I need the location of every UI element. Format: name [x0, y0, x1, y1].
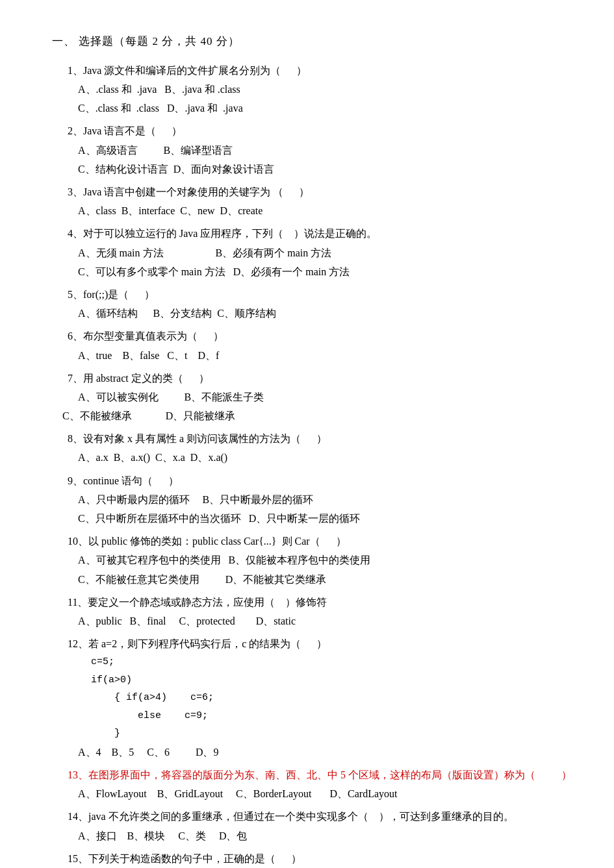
q1-text: 1、Java 源文件和编译后的文件扩展名分别为（ ）	[68, 62, 575, 79]
q13-text: 13、在图形界面中，将容器的版面分为东、南、西、北、中 5 个区域，这样的布局（…	[68, 766, 575, 784]
q11-options: A、public B、final C、protected D、static	[78, 612, 575, 630]
question-1: 1、Java 源文件和编译后的文件扩展名分别为（ ） A、.class 和 .j…	[52, 62, 575, 118]
question-9: 9、continue 语句（ ） A、只中断最内层的循环 B、只中断最外层的循环…	[52, 472, 575, 528]
question-4: 4、对于可以独立运行的 Java 应用程序，下列（ ）说法是正确的。 A、无须 …	[52, 225, 575, 280]
q4-option-ab: A、无须 main 方法 B、必须有两个 main 方法	[78, 244, 575, 262]
q15-text: 15、下列关于构造函数的句子中，正确的是（ ）	[68, 850, 575, 867]
q9-option-ab: A、只中断最内层的循环 B、只中断最外层的循环	[78, 491, 575, 508]
q1-option-cd: C、.class 和 .class D、.java 和 .java	[78, 99, 575, 117]
question-2: 2、Java 语言不是（ ） A、高级语言 B、编译型语言 C、结构化设计语言 …	[52, 122, 575, 178]
question-13: 13、在图形界面中，将容器的版面分为东、南、西、北、中 5 个区域，这样的布局（…	[52, 766, 575, 802]
q9-text: 9、continue 语句（ ）	[68, 472, 575, 490]
q10-text: 10、以 public 修饰的类如：public class Car{...} …	[68, 532, 575, 550]
q2-option-ab: A、高级语言 B、编译型语言	[78, 142, 575, 159]
q13-options: A、FlowLayout B、GridLayout C、BorderLayout…	[78, 785, 575, 802]
q3-options: A、class B、interface C、new D、create	[78, 202, 575, 219]
q9-option-cd: C、只中断所在层循环中的当次循环 D、只中断某一层的循环	[78, 510, 575, 527]
q7-text: 7、用 abstract 定义的类（ ）	[68, 369, 575, 387]
q12-text: 12、若 a=2，则下列程序代码实行后，c 的结果为（ ）	[68, 635, 575, 652]
q12-code-1: c=5;	[91, 654, 575, 671]
q11-text: 11、要定义一个静态域或静态方法，应使用（ ）修饰符	[68, 593, 575, 611]
question-12: 12、若 a=2，则下列程序代码实行后，c 的结果为（ ） c=5; if(a>…	[52, 635, 575, 761]
q8-text: 8、设有对象 x 具有属性 a 则访问该属性的方法为（ ）	[68, 430, 575, 447]
q7-option-ab: A、可以被实例化 B、不能派生子类	[78, 388, 575, 406]
q14-text: 14、java 不允许类之间的多重继承，但通过在一个类中实现多个（ ），可达到多…	[68, 808, 575, 825]
q4-text: 4、对于可以独立运行的 Java 应用程序，下列（ ）说法是正确的。	[68, 225, 575, 242]
q12-code-3: { if(a>4) c=6;	[91, 689, 575, 706]
question-15: 15、下列关于构造函数的句子中，正确的是（ ）	[52, 850, 575, 867]
q1-option-ab: A、.class 和 .java B、.java 和 .class	[78, 81, 575, 98]
q7-option-cd: C、不能被继承 D、只能被继承	[62, 407, 575, 425]
q12-code-4: else c=9;	[91, 708, 575, 725]
q6-options: A、true B、false C、t D、f	[78, 347, 575, 364]
q14-options: A、接口 B、模块 C、类 D、包	[78, 827, 575, 845]
question-6: 6、布尔型变量真值表示为（ ） A、true B、false C、t D、f	[52, 327, 575, 364]
question-8: 8、设有对象 x 具有属性 a 则访问该属性的方法为（ ） A、a.x B、a.…	[52, 430, 575, 466]
q2-text: 2、Java 语言不是（ ）	[68, 122, 575, 140]
q3-text: 3、Java 语言中创建一个对象使用的关键字为 （ ）	[68, 183, 575, 201]
section-title: 一、 选择题（每题 2 分，共 40 分）	[52, 32, 575, 51]
question-11: 11、要定义一个静态域或静态方法，应使用（ ）修饰符 A、public B、fi…	[52, 593, 575, 630]
question-10: 10、以 public 修饰的类如：public class Car{...} …	[52, 532, 575, 588]
q5-text: 5、for(;;)是（ ）	[68, 286, 575, 303]
q4-option-cd: C、可以有多个或零个 main 方法 D、必须有一个 main 方法	[78, 263, 575, 280]
q12-options: A、4 B、5 C、6 D、9	[78, 743, 575, 761]
q2-option-cd: C、结构化设计语言 D、面向对象设计语言	[78, 160, 575, 178]
q8-options: A、a.x B、a.x() C、x.a D、x.a()	[78, 449, 575, 466]
q10-option-cd: C、不能被任意其它类使用 D、不能被其它类继承	[78, 571, 575, 588]
question-5: 5、for(;;)是（ ） A、循环结构 B、分支结构 C、顺序结构	[52, 286, 575, 322]
q12-code-5: }	[91, 725, 575, 742]
question-3: 3、Java 语言中创建一个对象使用的关键字为 （ ） A、class B、in…	[52, 183, 575, 219]
q5-options: A、循环结构 B、分支结构 C、顺序结构	[78, 304, 575, 322]
question-14: 14、java 不允许类之间的多重继承，但通过在一个类中实现多个（ ），可达到多…	[52, 808, 575, 844]
q10-option-ab: A、可被其它程序包中的类使用 B、仅能被本程序包中的类使用	[78, 551, 575, 569]
q12-code-2: if(a>0)	[91, 672, 575, 689]
q6-text: 6、布尔型变量真值表示为（ ）	[68, 327, 575, 345]
question-7: 7、用 abstract 定义的类（ ） A、可以被实例化 B、不能派生子类 C…	[52, 369, 575, 425]
